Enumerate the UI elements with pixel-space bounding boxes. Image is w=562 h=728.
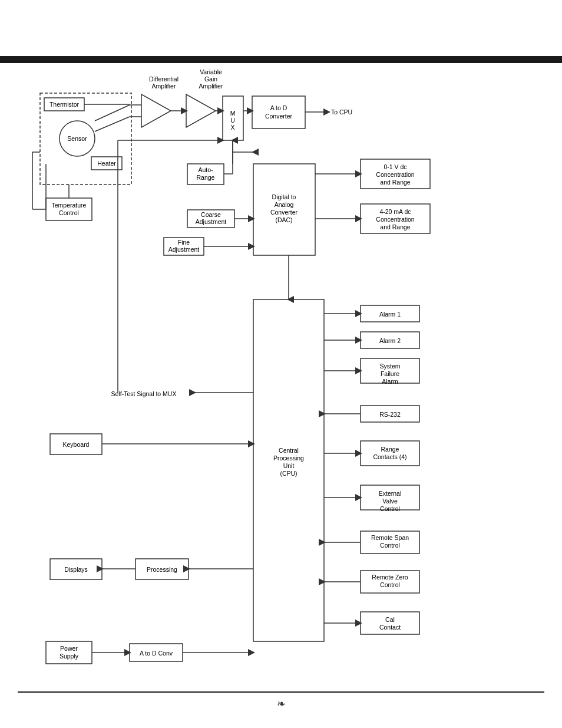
svg-marker-11 [141,94,171,127]
ext-valve-label2: Valve [382,498,398,505]
footer-decoration: ❧ [277,697,286,710]
atod-label2: Converter [265,113,293,120]
ext-valve-label: External [379,490,402,497]
sensor-label: Sensor [67,135,87,142]
fine-adj-label2: Adjustment [168,246,200,253]
remote-zero-label: Remote Zero [372,574,408,581]
cal-contact-label: Cal [385,616,395,623]
ext-valve-label3: Control [380,505,400,512]
auto-range-label: Auto- [198,166,213,173]
cal-contact-label2: Contact [379,624,401,631]
processing-label: Processing [147,566,177,573]
cpu-label4: (CPU) [280,470,297,477]
alarm1-label: Alarm 1 [379,311,401,318]
temp-control-label2: Control [59,209,79,216]
remote-span-label: Remote Span [371,534,409,541]
remote-zero-label2: Control [380,581,400,588]
diff-amp-label2: Amplifier [152,83,176,90]
var-gain-label3: Amplifier [199,83,223,90]
a-to-d-conv-label: A to D Conv [140,650,173,657]
rs232-label: RS-232 [379,411,401,418]
var-gain-label: Variable [200,68,222,75]
dac-label4: (DAC) [275,216,292,223]
self-test-label: Self-Test Signal to MUX [111,390,177,397]
power-supply-label2: Supply [59,653,79,660]
range-contacts-label2: Contacts (4) [373,453,406,460]
ma-dc-label: 4-20 mA dc [379,208,411,215]
v-dc-label3: and Range [380,179,411,186]
dac-label3: Converter [270,209,298,216]
ma-dc-label2: Concentration [376,216,415,223]
diff-amp-label: Differential [149,75,178,83]
keyboard-label: Keyboard [63,441,90,448]
v-dc-label2: Concentration [376,171,415,178]
thermistor-label: Thermistor [49,101,80,108]
cpu-label2: Processing [273,454,304,462]
alarm2-label: Alarm 2 [379,337,401,344]
sys-fail-label2: Failure [381,370,399,377]
dac-label2: Analog [275,201,294,208]
range-contacts-label: Range [381,446,399,453]
temp-control-label: Temperature [52,202,87,209]
sys-fail-label: System [379,363,400,370]
auto-range-label2: Range [197,174,215,181]
heater-label: Heater [97,160,116,167]
remote-span-label2: Control [380,542,400,549]
block-diagram: Thermistor Sensor Heater Temperature Con… [0,64,562,712]
coarse-adj-label: Coarse [201,211,221,218]
power-supply-label: Power [60,645,78,652]
fine-adj-label: Fine [178,239,190,246]
top-bar [0,56,562,63]
dac-label: Digital to [272,193,296,200]
mux-label: M [230,110,236,117]
sys-fail-label3: Alarm [382,378,398,385]
displays-label: Displays [64,566,88,573]
atod-label: A to D [270,104,287,111]
coarse-adj-label2: Adjustment [196,218,227,225]
v-dc-label: 0-1 V dc [384,163,406,170]
svg-rect-56 [361,612,419,634]
cpu-label: Central [279,447,299,454]
mux-label3: X [230,124,234,131]
cpu-label3: Unit [283,462,295,469]
ma-dc-label3: and Range [380,223,411,230]
bottom-line [18,691,544,693]
to-cpu-label: To CPU [331,108,352,116]
var-gain-label2: Gain [204,75,217,83]
mux-label2: U [230,117,235,124]
svg-marker-12 [186,94,216,127]
